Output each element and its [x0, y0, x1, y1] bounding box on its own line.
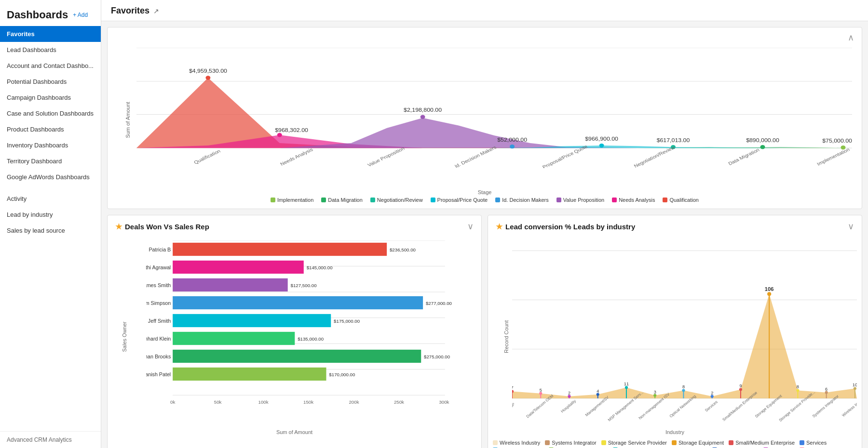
- sidebar-item-inventory[interactable]: Inventory Dashboards: [0, 137, 101, 153]
- funnel-y-axis-label: Sum of Amount: [125, 102, 131, 138]
- svg-text:Einhard Klein: Einhard Klein: [146, 336, 171, 342]
- svg-text:Qualification: Qualification: [193, 148, 221, 165]
- svg-text:8: 8: [797, 384, 799, 389]
- svg-text:2: 2: [711, 391, 713, 395]
- svg-text:100k: 100k: [258, 399, 269, 405]
- svg-text:$617,013.00: $617,013.00: [657, 138, 690, 143]
- svg-text:Patricia B: Patricia B: [149, 247, 171, 252]
- legend-item-negotiation: Negotiation/Review: [370, 197, 423, 203]
- svg-text:5: 5: [540, 388, 542, 393]
- svg-text:Manish Patel: Manish Patel: [146, 371, 171, 377]
- legend-color-qualification: [663, 198, 667, 202]
- svg-text:$175,000.00: $175,000.00: [334, 318, 360, 324]
- legend-label-value-prop: Value Proposition: [563, 197, 604, 203]
- legend-item-needs-analysis: Needs Analysis: [612, 197, 655, 203]
- svg-text:ASP: ASP: [512, 402, 516, 410]
- legend-color-decision-makers: [495, 198, 500, 202]
- sidebar-item-territory[interactable]: Territory Dashboard: [0, 153, 101, 169]
- sidebar-item-lead-dashboards[interactable]: Lead Dashboards: [0, 42, 101, 58]
- bar-james: [173, 278, 288, 291]
- external-link-icon[interactable]: ↗: [153, 7, 159, 15]
- sidebar-item-campaign[interactable]: Campaign Dashboards: [0, 90, 101, 105]
- legend-color-data-migration: [321, 198, 326, 202]
- funnel-chart-card: ∧ Sum of Amount 0M 2.5M 5M 7.5M: [107, 27, 862, 209]
- svg-text:11: 11: [624, 382, 629, 386]
- deals-y-axis-label: Sales Owner: [122, 322, 127, 352]
- svg-text:8: 8: [682, 384, 685, 389]
- svg-text:$236,500.00: $236,500.00: [390, 247, 416, 252]
- bottom-charts: ★ Deals Won Vs Sales Rep ∨ Sales Owner: [107, 215, 862, 448]
- deals-svg: 0k 50k 100k 150k 200k 250k 300k Patricia…: [146, 240, 472, 419]
- svg-text:Implementation: Implementation: [816, 147, 851, 167]
- svg-text:300k: 300k: [439, 399, 449, 405]
- favorites-title: Favorites: [111, 6, 149, 16]
- funnel-svg: 0M 2.5M 5M 7.5M: [136, 48, 852, 168]
- collapse-lead-button[interactable]: ∨: [848, 221, 854, 232]
- collapse-deals-button[interactable]: ∨: [467, 221, 474, 232]
- bar-jeff: [173, 314, 331, 327]
- svg-text:10: 10: [853, 382, 857, 387]
- lead-area-fill: [512, 294, 857, 398]
- sidebar-item-google[interactable]: Google AdWords Dashboards: [0, 169, 101, 185]
- sidebar-item-case-solution[interactable]: Case and Solution Dashboards: [0, 105, 101, 121]
- svg-text:James Smith: James Smith: [146, 282, 171, 288]
- bar-manish: [173, 368, 326, 381]
- lead-x-axis-label: Industry: [665, 429, 684, 435]
- legend-label-qualification: Qualification: [669, 197, 699, 203]
- lead-star-icon: ★: [496, 222, 502, 231]
- legend-item-data-migration: Data Migration: [321, 197, 363, 203]
- legend-label-data-migration: Data Migration: [328, 197, 363, 203]
- svg-text:$966,900.00: $966,900.00: [585, 136, 618, 142]
- legend-label-negotiation: Negotiation/Review: [377, 197, 423, 203]
- lead-chart-header: ★ Lead conversion % Leads by industry ∨: [488, 215, 862, 236]
- bar-arthi: [173, 261, 304, 274]
- deals-chart-header: ★ Deals Won Vs Sales Rep ∨: [108, 215, 481, 236]
- svg-text:Tim Simpson: Tim Simpson: [146, 300, 171, 306]
- svg-text:200k: 200k: [349, 399, 359, 405]
- svg-text:$275,000.00: $275,000.00: [424, 354, 450, 359]
- legend-color-needs-analysis: [612, 198, 617, 202]
- svg-point-12: [420, 115, 425, 119]
- sidebar-footer: Advanced CRM Analytics: [0, 431, 101, 448]
- legend-item-value-prop: Value Proposition: [556, 197, 604, 203]
- svg-text:50k: 50k: [214, 399, 222, 405]
- sidebar-item-sales-lead[interactable]: Sales by lead source: [0, 223, 101, 238]
- svg-point-8: [205, 76, 210, 79]
- sidebar-item-potential[interactable]: Potential Dashboards: [0, 74, 101, 90]
- svg-point-20: [760, 145, 765, 149]
- svg-text:250k: 250k: [394, 399, 404, 405]
- sidebar-item-activity[interactable]: Activity: [0, 191, 101, 207]
- legend-services: Services: [800, 440, 827, 446]
- bar-einhard: [173, 332, 295, 345]
- sidebar-item-product[interactable]: Product Dashboards: [0, 121, 101, 137]
- legend-storage-svc: Storage Service Provider: [601, 440, 667, 446]
- svg-point-10: [277, 133, 282, 137]
- svg-text:Nathan Brooks: Nathan Brooks: [146, 354, 171, 359]
- funnel-chart: Sum of Amount 0M 2.5M 5M 7.5M: [108, 43, 862, 197]
- svg-text:Negotiation/Review: Negotiation/Review: [633, 145, 676, 168]
- deals-x-axis-label: Sum of Amount: [276, 429, 312, 435]
- main-content: Favorites ↗ ∧ Sum of Amount 0M 2.5M 5M 7…: [101, 0, 868, 448]
- app-title: Dashboards: [7, 9, 68, 21]
- sidebar-item-lead-industry[interactable]: Lead by industry: [0, 207, 101, 223]
- svg-point-98: [767, 292, 771, 296]
- svg-text:Data Migration: Data Migration: [727, 147, 760, 166]
- svg-text:Jeff Smith: Jeff Smith: [148, 318, 171, 324]
- sidebar-item-favorites[interactable]: Favorites: [0, 26, 101, 42]
- svg-text:$170,000.00: $170,000.00: [329, 372, 355, 377]
- svg-text:Arthi Agrawal: Arthi Agrawal: [146, 264, 171, 270]
- deals-bar-chart: Sales Owner 0k 50k 100k 150k 200k: [108, 236, 481, 438]
- legend-item-qualification: Qualification: [663, 197, 699, 203]
- legend-item-decision-makers: Id. Decision Makers: [495, 197, 549, 203]
- sidebar-item-account-contact[interactable]: Account and Contact Dashbo...: [0, 58, 101, 74]
- svg-text:$890,000.00: $890,000.00: [746, 138, 779, 143]
- sidebar-title: Dashboards + Add: [0, 0, 101, 26]
- svg-text:3: 3: [654, 390, 656, 395]
- bar-patricia: [173, 243, 387, 256]
- sidebar: Dashboards + Add Favorites Lead Dashboar…: [0, 0, 101, 448]
- legend-label-decision-makers: Id. Decision Makers: [502, 197, 549, 203]
- funnel-x-axis-label: Stage: [478, 189, 492, 195]
- collapse-funnel-button[interactable]: ∧: [848, 32, 854, 43]
- favorites-header: Favorites ↗: [101, 0, 868, 21]
- add-dashboard-button[interactable]: + Add: [73, 12, 88, 18]
